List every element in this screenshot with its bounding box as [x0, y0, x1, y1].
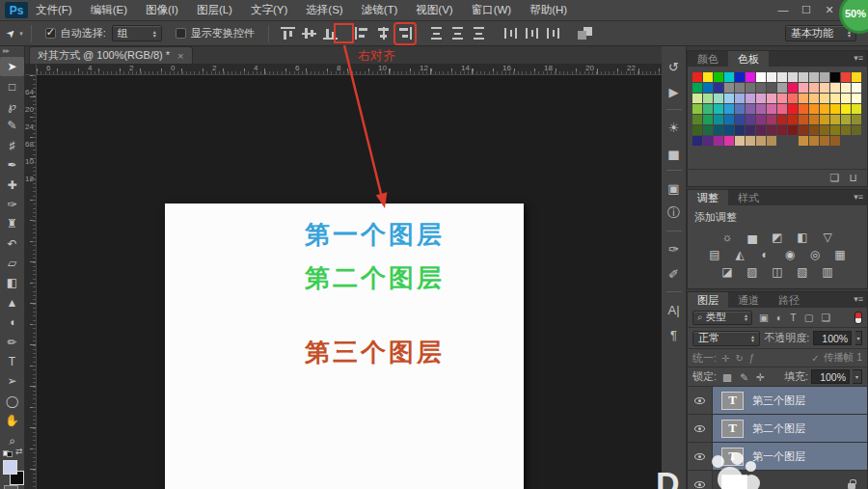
color-swatch[interactable]: [777, 94, 787, 103]
color-swatch[interactable]: [820, 125, 829, 135]
tab-layers[interactable]: 图层: [688, 292, 728, 308]
filter-pixel-layers-icon[interactable]: ▣: [759, 312, 769, 323]
color-swatch[interactable]: [767, 83, 776, 93]
color-swatch[interactable]: [714, 125, 723, 135]
color-swatch[interactable]: [809, 72, 819, 82]
color-swatch[interactable]: [841, 94, 851, 103]
actions-icon[interactable]: ▶: [664, 79, 685, 104]
brush-presets-icon[interactable]: ✑: [664, 236, 685, 261]
color-swatch[interactable]: [735, 83, 745, 93]
panel-menu-icon[interactable]: ▾≡: [854, 294, 863, 304]
paragraph-panel-icon[interactable]: ¶: [664, 322, 685, 347]
color-swatch[interactable]: [692, 94, 702, 103]
blur-tool[interactable]: ▲: [0, 293, 24, 312]
color-swatch[interactable]: [767, 72, 776, 82]
canvas-text-layer[interactable]: 第一个图层: [305, 218, 445, 252]
minimize-button[interactable]: —: [777, 4, 789, 16]
color-swatch[interactable]: [799, 115, 808, 124]
color-swatch[interactable]: [735, 72, 745, 82]
histogram-icon[interactable]: ▅: [664, 140, 685, 165]
info-icon[interactable]: ⓘ: [664, 201, 685, 226]
color-swatch[interactable]: [799, 104, 808, 114]
propagate-checkbox[interactable]: ✓: [811, 353, 819, 364]
color-swatch[interactable]: [756, 72, 766, 82]
color-swatch[interactable]: [735, 104, 745, 114]
color-swatch[interactable]: [841, 115, 851, 124]
align-left-edges[interactable]: [353, 24, 372, 43]
distribute-top-edges[interactable]: [427, 24, 447, 43]
maximize-button[interactable]: ☐: [800, 4, 812, 16]
color-swatch[interactable]: [746, 72, 755, 82]
tool-presets-icon[interactable]: ✐: [664, 261, 685, 286]
ruler-origin[interactable]: [25, 64, 37, 75]
color-swatch[interactable]: [724, 115, 734, 124]
color-swatch[interactable]: [788, 72, 798, 82]
visibility-toggle[interactable]: [688, 387, 713, 414]
visibility-toggle[interactable]: [688, 415, 713, 442]
color-swatch[interactable]: [788, 125, 798, 135]
color-swatch[interactable]: [746, 94, 755, 103]
tab-swatches[interactable]: 色板: [728, 51, 769, 67]
color-swatch[interactable]: [799, 136, 808, 146]
color-swatch[interactable]: [788, 115, 798, 124]
color-swatch[interactable]: [692, 125, 702, 135]
fill-caret-icon[interactable]: ▾: [853, 369, 862, 384]
marquee-tool[interactable]: □: [0, 76, 24, 95]
layer-row[interactable]: 第一个图层: [688, 443, 867, 471]
document-close-icon[interactable]: ×: [177, 50, 183, 62]
color-swatch[interactable]: [830, 136, 840, 146]
color-swatch[interactable]: [788, 104, 798, 114]
new-swatch-icon[interactable]: ❏: [830, 172, 840, 184]
color-swatch[interactable]: [692, 104, 702, 114]
path-selection-tool[interactable]: ➢: [0, 371, 24, 391]
color-swatch[interactable]: [703, 136, 713, 146]
menu-filter[interactable]: 滤镜(T): [362, 3, 398, 17]
color-swatch[interactable]: [799, 94, 808, 103]
color-balance-icon[interactable]: ◭: [732, 247, 748, 261]
color-swatch[interactable]: [788, 136, 798, 146]
foreground-color-swatch[interactable]: [3, 460, 17, 475]
canvas-text-layer[interactable]: 第二个图层: [305, 261, 445, 295]
color-swatch[interactable]: [799, 72, 808, 82]
color-swatch[interactable]: [852, 83, 861, 93]
delete-swatch-icon[interactable]: ⊔: [849, 172, 857, 184]
color-swatch[interactable]: [724, 72, 734, 82]
color-swatch[interactable]: [777, 72, 787, 82]
color-swatch[interactable]: [830, 72, 840, 82]
filter-smart-objects-icon[interactable]: ❏: [822, 312, 830, 323]
menu-layer[interactable]: 图层(L): [197, 3, 232, 17]
tool-preset-caret-icon[interactable]: ▾: [19, 30, 23, 38]
lock-image-pixels-icon[interactable]: ✎: [740, 371, 748, 383]
layer-filter-type-dropdown[interactable]: ⌕ 类型: [692, 311, 752, 325]
collapse-toolbar-icon[interactable]: ▸▸: [0, 46, 24, 57]
posterize-icon[interactable]: ▨: [745, 264, 761, 279]
clone-stamp-tool[interactable]: ♜: [0, 214, 24, 233]
color-swatch[interactable]: [830, 104, 840, 114]
gradient-map-icon[interactable]: ▧: [795, 264, 811, 279]
align-right-edges[interactable]: [395, 24, 415, 43]
color-swatch[interactable]: [724, 94, 734, 103]
color-swatch[interactable]: [852, 104, 861, 114]
color-swatch[interactable]: [809, 115, 819, 124]
swap-colors-icon[interactable]: ⇄: [15, 447, 23, 456]
tab-styles[interactable]: 样式: [728, 190, 769, 205]
color-swatch[interactable]: [777, 104, 787, 114]
close-button[interactable]: ✕: [824, 4, 835, 16]
color-swatch[interactable]: [756, 94, 766, 103]
color-swatch[interactable]: [724, 104, 734, 114]
menu-window[interactable]: 窗口(W): [472, 3, 512, 17]
layer-row[interactable]: 第三个图层: [688, 387, 867, 415]
color-swatch[interactable]: [692, 115, 702, 124]
menu-type[interactable]: 文字(Y): [251, 3, 287, 17]
history-icon[interactable]: ↺: [664, 54, 685, 79]
color-swatch[interactable]: [735, 136, 745, 146]
color-swatch[interactable]: [724, 83, 734, 93]
color-swatch[interactable]: [703, 125, 713, 135]
adjustments-icon[interactable]: ☀: [664, 115, 685, 140]
layer-row[interactable]: [688, 471, 867, 489]
visibility-toggle[interactable]: [688, 471, 713, 489]
color-swatch[interactable]: [703, 115, 713, 124]
color-swatch[interactable]: [756, 104, 766, 114]
menu-image[interactable]: 图像(I): [146, 3, 178, 17]
vibrance-icon[interactable]: ▽: [820, 230, 836, 244]
